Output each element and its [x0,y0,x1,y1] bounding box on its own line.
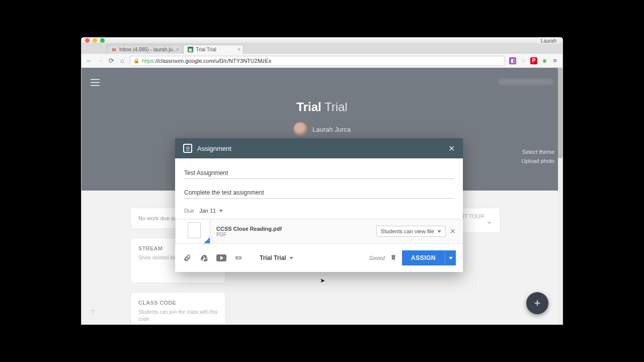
chevron-down-icon [289,257,293,259]
help-button[interactable]: ? [91,308,95,316]
address-bar[interactable]: 🔒 https://classroom.google.com/u/0/c/NTY… [130,56,505,66]
pinterest-icon[interactable]: P [530,57,537,64]
due-date-picker[interactable]: Jan 11 [199,208,223,214]
chevron-down-icon [219,210,223,212]
reload-button[interactable]: ⟳ [108,57,115,64]
browser-tabstrip: M Inbox (4,085) - laurah.ju… × ▣ Trial T… [82,44,562,54]
dialog-header: ☰ Assignment ✕ [175,138,463,158]
assign-button-group: ASSIGN [402,250,456,265]
link-icon[interactable] [233,253,244,263]
attachment-thumbnail[interactable] [175,219,210,244]
url-host: classroom.google.com [158,58,214,64]
chrome-menu-icon[interactable]: ≡ [551,57,558,64]
assignment-dialog: ☰ Assignment ✕ Due Jan 11 [175,138,463,272]
url-path: /u/0/c/NTY3NTU2MzEx [214,58,271,64]
lock-icon: 🔒 [133,58,139,63]
browser-window: Laurah M Inbox (4,085) - laurah.ju… × ▣ … [82,38,562,324]
attachment-name[interactable]: CCSS Close Reading.pdf [216,226,282,232]
google-drive-icon[interactable] [199,253,209,263]
saved-status: Saved [369,255,385,261]
page-content: Trial Trial Laurah Jurca Select theme Up… [82,68,562,324]
bookmark-star-icon[interactable]: ☆ [520,57,527,64]
browser-tab-gmail[interactable]: M Inbox (4,085) - laurah.ju… × [107,45,182,54]
attachment-permission-select[interactable]: Students can view file [376,226,446,237]
window-close-icon[interactable] [85,38,90,43]
attachment-type: PDF [216,232,282,237]
remove-attachment-icon[interactable]: ✕ [450,227,456,235]
assignment-title-input[interactable] [184,166,454,179]
due-label: Due [184,208,194,214]
assignment-icon: ☰ [183,144,192,153]
dialog-title: Assignment [197,145,231,152]
tab-label: Trial Trial [196,47,216,52]
chevron-down-icon [437,230,441,233]
back-button[interactable]: ← [86,57,93,64]
extension-icon[interactable]: ◧ [509,57,516,64]
assign-options-button[interactable] [445,250,456,265]
window-minimize-icon[interactable] [93,38,97,43]
close-icon[interactable]: ✕ [448,144,455,153]
scrollbar-thumb[interactable] [558,68,562,158]
window-titlebar: Laurah [82,38,562,44]
window-zoom-icon[interactable] [100,38,105,43]
mouse-cursor-icon: ➤ [320,277,325,284]
forward-button[interactable]: → [97,57,104,64]
gmail-icon: M [111,47,117,52]
youtube-icon[interactable] [216,253,226,263]
attach-file-icon[interactable] [182,253,192,263]
close-tab-icon[interactable]: × [237,47,240,52]
attachment-row: CCSS Close Reading.pdf PDF Students can … [175,219,463,244]
extension-icon-2[interactable]: ◉ [541,57,548,64]
create-fab[interactable]: + [526,292,548,314]
home-button[interactable]: ⌂ [119,57,126,64]
browser-toolbar: ← → ⟳ ⌂ 🔒 https://classroom.google.com/u… [82,54,562,68]
assignment-instructions-input[interactable] [184,186,454,199]
classroom-icon: ▣ [188,47,193,52]
delete-draft-icon[interactable] [390,254,397,262]
dialog-footer: Trial Trial Saved ASSIGN [175,244,463,272]
tab-label: Inbox (4,085) - laurah.ju… [119,47,178,52]
browser-tab-classroom[interactable]: ▣ Trial Trial × [183,45,244,54]
class-selector[interactable]: Trial Trial [260,254,293,261]
close-tab-icon[interactable]: × [176,47,179,52]
assign-button[interactable]: ASSIGN [402,250,445,265]
